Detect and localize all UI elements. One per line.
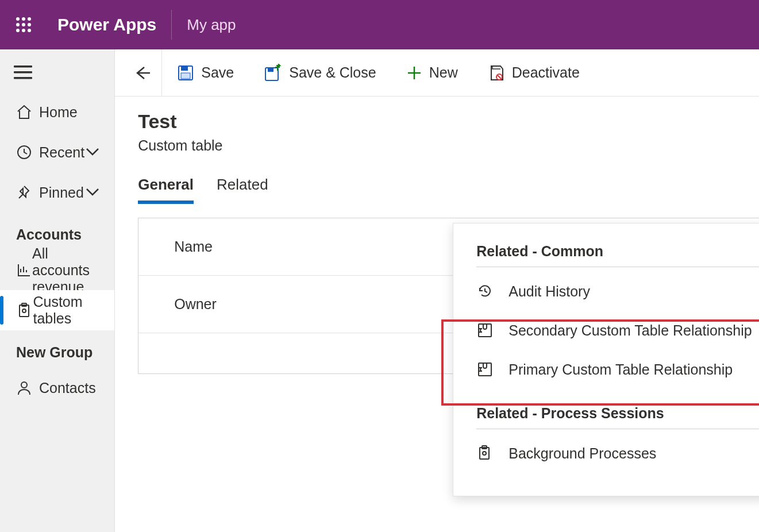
related-item-background-processes[interactable]: Background Processes <box>476 434 759 473</box>
field-label: Owner <box>174 296 217 313</box>
main-content: Save Save & Close New Deactivate Test Cu… <box>115 49 759 532</box>
save-close-icon <box>264 64 282 82</box>
cmd-label: Save <box>201 64 234 81</box>
left-nav: Home Recent Pinned Accounts All accounts… <box>0 49 115 532</box>
chevron-down-icon <box>84 144 101 160</box>
related-item-label: Secondary Custom Table Relationship <box>508 322 752 339</box>
cmd-label: Save & Close <box>289 64 376 81</box>
nav-label: Contacts <box>39 380 96 396</box>
save-close-button[interactable]: Save & Close <box>249 49 391 97</box>
deactivate-icon <box>488 64 505 82</box>
nav-item-all-accounts-revenue[interactable]: All accounts revenue <box>0 250 114 290</box>
back-button[interactable] <box>123 49 162 97</box>
field-label: Name <box>174 238 213 255</box>
pin-icon <box>16 184 39 201</box>
save-icon <box>177 64 194 82</box>
home-icon <box>16 104 39 120</box>
save-button[interactable]: Save <box>162 49 249 97</box>
clock-icon <box>16 144 39 160</box>
related-item-primary-relationship[interactable]: Primary Custom Table Relationship <box>476 350 759 389</box>
cmd-label: New <box>429 64 458 81</box>
related-dropdown: Related - Common Audit History Secondary… <box>453 223 759 496</box>
nav-item-home[interactable]: Home <box>0 92 114 132</box>
hamburger-icon <box>14 65 32 79</box>
context-name[interactable]: My app <box>187 16 236 34</box>
nav-label: Custom tables <box>33 294 101 327</box>
top-header: Power Apps My app <box>0 0 759 49</box>
nav-item-custom-tables[interactable]: Custom tables <box>0 290 114 330</box>
nav-item-pinned[interactable]: Pinned <box>0 172 114 213</box>
header-separator <box>171 10 172 40</box>
page-title: Test <box>138 110 759 133</box>
nav-label: Home <box>39 104 78 121</box>
related-item-label: Primary Custom Table Relationship <box>508 361 733 378</box>
clipboard-icon <box>16 302 33 318</box>
chart-icon <box>16 262 32 278</box>
nav-item-contacts[interactable]: Contacts <box>0 368 114 408</box>
cmd-label: Deactivate <box>512 64 580 81</box>
related-item-secondary-relationship[interactable]: Secondary Custom Table Relationship <box>476 311 759 350</box>
nav-label: Recent <box>39 144 84 161</box>
tab-general[interactable]: General <box>138 176 194 204</box>
puzzle-icon <box>476 361 494 378</box>
clipboard-icon <box>476 445 494 462</box>
app-name: Power Apps <box>57 15 156 34</box>
chevron-down-icon <box>84 184 101 201</box>
related-heading-process: Related - Process Sessions <box>476 405 759 429</box>
nav-group-accounts: Accounts <box>0 213 114 250</box>
related-heading-common: Related - Common <box>476 243 759 267</box>
deactivate-button[interactable]: Deactivate <box>473 49 595 97</box>
puzzle-icon <box>476 322 494 339</box>
person-icon <box>16 380 39 396</box>
nav-label: Pinned <box>39 184 84 201</box>
nav-collapse-button[interactable] <box>0 60 114 92</box>
nav-group-new-group: New Group <box>0 330 114 368</box>
history-icon <box>476 283 494 300</box>
plus-icon <box>406 65 422 81</box>
new-button[interactable]: New <box>391 49 473 97</box>
nav-item-recent[interactable]: Recent <box>0 132 114 172</box>
app-launcher-button[interactable] <box>11 13 36 37</box>
back-icon <box>133 64 152 82</box>
related-item-label: Audit History <box>508 283 590 300</box>
related-item-label: Background Processes <box>508 445 656 462</box>
page-subtitle: Custom table <box>138 137 759 154</box>
waffle-icon <box>16 17 32 33</box>
tab-strip: General Related <box>115 160 759 204</box>
related-item-audit-history[interactable]: Audit History <box>476 272 759 311</box>
tab-related[interactable]: Related <box>217 176 268 204</box>
command-bar: Save Save & Close New Deactivate <box>115 49 759 97</box>
nav-label: All accounts revenue <box>32 245 101 295</box>
